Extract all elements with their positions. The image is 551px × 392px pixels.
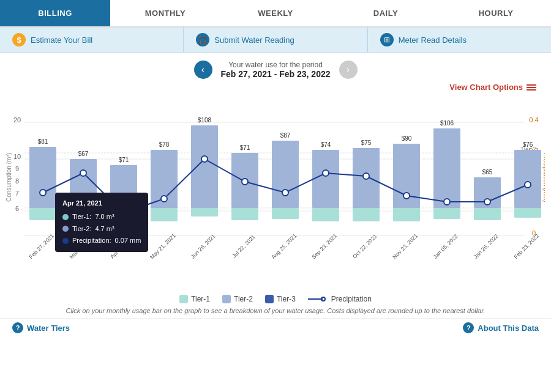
about-this-data-label: About This Data	[478, 324, 539, 333]
svg-rect-43	[312, 208, 339, 221]
tier3-color-swatch	[265, 295, 274, 303]
svg-point-67	[323, 170, 329, 176]
svg-text:$75: $75	[361, 139, 372, 146]
svg-point-69	[403, 193, 410, 199]
svg-point-66	[282, 190, 288, 196]
svg-text:$108: $108	[198, 117, 212, 124]
estimate-bill-action[interactable]: $ Estimate Your Bill	[0, 28, 184, 52]
svg-text:Aug 25, 2021: Aug 25, 2021	[270, 232, 298, 260]
svg-point-68	[363, 173, 369, 179]
period-range: Feb 27, 2021 - Feb 23, 2022	[221, 69, 331, 79]
svg-text:$71: $71	[240, 144, 250, 151]
svg-text:Jan 26, 2022: Jan 26, 2022	[473, 233, 500, 260]
svg-point-70	[444, 199, 450, 205]
svg-text:Jan 05, 2022: Jan 05, 2022	[432, 233, 459, 260]
svg-point-72	[525, 182, 531, 188]
svg-text:$81: $81	[38, 138, 48, 145]
svg-rect-51	[433, 128, 460, 208]
svg-rect-27	[110, 165, 137, 208]
tier2-color-swatch	[222, 295, 231, 303]
tab-bar: BILLING MONTHLY WEEKLY DAILY HOURLY	[0, 0, 551, 28]
svg-rect-21	[29, 147, 56, 208]
svg-text:10: 10	[13, 153, 21, 160]
svg-rect-57	[514, 150, 541, 208]
svg-text:$106: $106	[440, 120, 454, 127]
water-tiers-link[interactable]: ? Water Tiers	[12, 322, 70, 333]
tier2-legend-label: Tier-2	[234, 295, 253, 303]
legend-precipitation: Precipitation	[308, 295, 372, 303]
headset-icon: 🎧	[196, 33, 209, 46]
about-this-data-link[interactable]: ? About This Data	[463, 322, 539, 333]
svg-text:$78: $78	[159, 141, 170, 148]
footer-links: ? Water Tiers ? About This Data	[0, 318, 551, 337]
submit-water-reading-action[interactable]: 🎧 Submit Water Reading	[184, 28, 367, 52]
grid-icon: ⊞	[380, 33, 394, 46]
tier3-legend-label: Tier-3	[277, 295, 296, 303]
hamburger-icon	[527, 84, 536, 91]
svg-rect-40	[272, 208, 299, 219]
tab-monthly[interactable]: MONTHLY	[110, 0, 220, 26]
svg-text:Precipitation (mm): Precipitation (mm)	[542, 152, 545, 202]
period-label: Your water use for the period Feb 27, 20…	[221, 60, 331, 79]
action-bar: $ Estimate Your Bill 🎧 Submit Water Read…	[0, 28, 551, 53]
svg-rect-55	[474, 208, 501, 220]
svg-text:Sep 23, 2021: Sep 23, 2021	[310, 232, 338, 260]
svg-text:$87: $87	[280, 132, 291, 139]
svg-text:Jun 26, 2021: Jun 26, 2021	[190, 233, 217, 260]
svg-text:May 21, 2021: May 21, 2021	[149, 232, 177, 261]
svg-text:7: 7	[15, 190, 19, 197]
svg-rect-22	[29, 208, 56, 220]
tab-hourly[interactable]: HOURLY	[441, 0, 551, 26]
chart-legend: Tier-1 Tier-2 Tier-3 Precipitation	[0, 294, 551, 306]
svg-text:9: 9	[15, 165, 19, 172]
view-chart-options-label: View Chart Options	[449, 83, 523, 92]
svg-rect-42	[312, 150, 339, 208]
svg-text:Feb 23, 2022: Feb 23, 2022	[513, 233, 541, 261]
svg-point-71	[484, 199, 490, 205]
svg-rect-34	[191, 208, 218, 216]
svg-text:$90: $90	[402, 135, 412, 142]
svg-text:0.4: 0.4	[529, 116, 538, 124]
svg-text:Nov 23, 2021: Nov 23, 2021	[391, 232, 419, 260]
precipitation-legend-label: Precipitation	[331, 295, 372, 303]
tab-weekly[interactable]: WEEKLY	[220, 0, 331, 26]
svg-text:Jul 22, 2021: Jul 22, 2021	[231, 234, 257, 259]
tab-daily[interactable]: DAILY	[331, 0, 441, 26]
tier1-color-swatch	[179, 295, 188, 303]
svg-rect-39	[272, 141, 299, 208]
legend-tier2: Tier-2	[222, 295, 253, 303]
legend-tier1: Tier-1	[179, 295, 210, 303]
footer-note: Click on your monthly usage bar on the g…	[0, 306, 551, 316]
next-period-button[interactable]: ›	[339, 61, 358, 79]
svg-point-61	[80, 170, 86, 176]
svg-rect-52	[433, 208, 460, 219]
water-tiers-question-icon: ?	[12, 322, 23, 333]
svg-point-65	[242, 179, 248, 185]
dollar-icon: $	[12, 33, 26, 46]
svg-point-62	[121, 210, 127, 216]
svg-text:$76: $76	[523, 141, 533, 148]
svg-rect-31	[151, 208, 178, 221]
legend-tier3: Tier-3	[265, 295, 296, 303]
water-tiers-label: Water Tiers	[27, 324, 70, 333]
tier1-legend-label: Tier-1	[191, 295, 210, 303]
svg-text:Oct 22, 2021: Oct 22, 2021	[351, 233, 378, 260]
chart-container: 20 10 9 8 7 6 Consumption (m³) 0.4 0.3 0…	[0, 92, 551, 294]
svg-point-64	[201, 156, 208, 162]
tab-billing[interactable]: BILLING	[0, 0, 110, 26]
meter-read-details-action[interactable]: ⊞ Meter Read Details	[368, 28, 551, 52]
svg-rect-37	[231, 208, 258, 220]
svg-point-63	[161, 196, 167, 202]
svg-text:20: 20	[13, 116, 21, 124]
svg-text:8: 8	[15, 177, 19, 185]
svg-rect-25	[70, 208, 97, 218]
svg-point-60	[40, 190, 46, 196]
view-chart-options-button[interactable]: View Chart Options	[449, 83, 536, 92]
svg-text:$74: $74	[321, 141, 331, 148]
svg-text:$67: $67	[78, 150, 89, 157]
prev-period-button[interactable]: ‹	[194, 61, 212, 79]
period-selector: ‹ Your water use for the period Feb 27, …	[0, 53, 551, 81]
about-data-question-icon: ?	[463, 322, 474, 333]
svg-text:6: 6	[15, 205, 19, 212]
svg-text:Feb 27, 2021: Feb 27, 2021	[28, 233, 56, 261]
